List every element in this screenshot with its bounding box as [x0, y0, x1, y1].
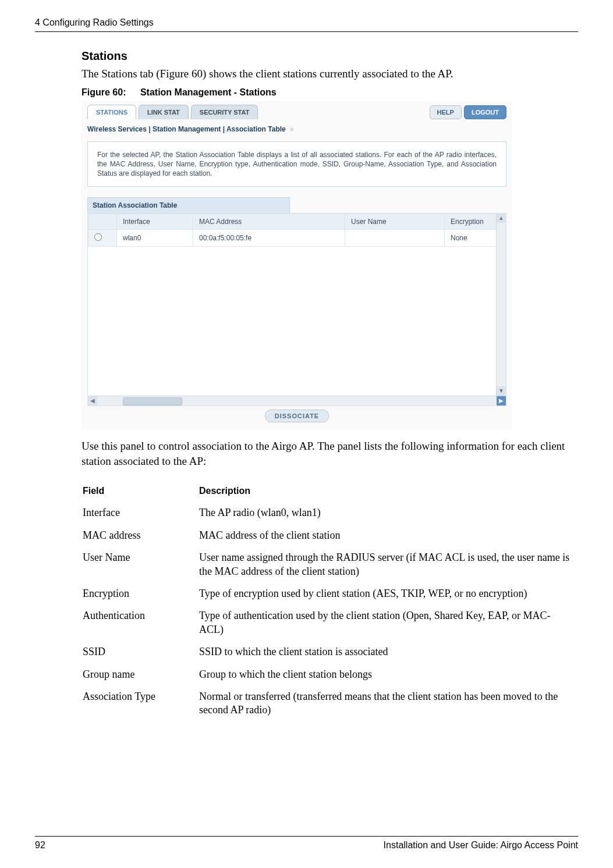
horizontal-scrollbar[interactable]: ◀ ▶: [88, 396, 506, 405]
cell-interface: wlan0: [117, 230, 193, 247]
field-desc: SSID to which the client station is asso…: [199, 642, 577, 663]
doc-title: Installation and User Guide: Airgo Acces…: [384, 840, 578, 851]
table-row: wlan0 00:0a:f5:00:05:fe None: [88, 230, 497, 247]
field-name: SSID: [83, 642, 198, 663]
tab-link-stat[interactable]: LINK STAT: [139, 105, 189, 119]
field-desc: Type of authentication used by the clien…: [199, 606, 577, 641]
breadcrumb-text: Wireless Services | Station Management |…: [87, 125, 286, 133]
scroll-down-icon[interactable]: ▼: [497, 386, 506, 396]
figure-caption: Figure 60: Station Management - Stations: [82, 87, 578, 98]
row-select-cell: [88, 230, 117, 247]
col-interface: Interface: [117, 214, 193, 230]
tab-security-stat[interactable]: SECURITY STAT: [191, 105, 258, 119]
scroll-right-icon[interactable]: ▶: [497, 396, 506, 405]
breadcrumb: Wireless Services | Station Management |…: [87, 125, 506, 133]
page-number: 92: [35, 840, 45, 851]
cell-mac: 00:0a:f5:00:05:fe: [193, 230, 345, 247]
dissociate-row: DISSOCIATE: [87, 410, 506, 422]
station-association-table-wrap: Interface MAC Address User Name Encrypti…: [87, 213, 506, 406]
tab-bar: STATIONS LINK STAT SECURITY STAT HELP LO…: [87, 105, 506, 119]
field-name: Authentication: [83, 606, 198, 641]
field-description-table: Field Description Interface The AP radio…: [82, 482, 578, 723]
field-desc: User name assigned through the RADIUS se…: [199, 548, 577, 583]
page-footer: 92 Installation and User Guide: Airgo Ac…: [35, 836, 578, 851]
station-association-table-title: Station Association Table: [87, 197, 290, 213]
logout-button[interactable]: LOGOUT: [464, 105, 506, 119]
info-box: For the selected AP, the Station Associa…: [87, 141, 506, 187]
scroll-up-icon[interactable]: ▲: [497, 214, 506, 223]
post-figure-text: Use this panel to control association to…: [82, 439, 578, 468]
col-encryption: Encryption: [445, 214, 497, 230]
field-name: Encryption: [83, 584, 198, 605]
table-row: Group name Group to which the client sta…: [83, 665, 577, 686]
col-mac: MAC Address: [193, 214, 345, 230]
table-row: Interface The AP radio (wlan0, wlan1): [83, 503, 577, 524]
dissociate-button[interactable]: DISSOCIATE: [265, 410, 329, 422]
ui-screenshot: STATIONS LINK STAT SECURITY STAT HELP LO…: [82, 101, 512, 430]
col-select: [88, 214, 117, 230]
field-name: Interface: [83, 503, 198, 524]
table-row: Association Type Normal or transferred (…: [83, 687, 577, 722]
page-header: 4 Configuring Radio Settings: [35, 17, 578, 32]
field-desc: The AP radio (wlan0, wlan1): [199, 503, 577, 524]
table-row: MAC address MAC address of the client st…: [83, 526, 577, 547]
scroll-thumb[interactable]: [123, 397, 182, 405]
figure-title: Station Management - Stations: [140, 87, 277, 97]
figure-label: Figure 60:: [82, 87, 126, 97]
field-desc: Normal or transferred (transferred means…: [199, 687, 577, 722]
table-header-row: Interface MAC Address User Name Encrypti…: [88, 214, 497, 230]
table-row: User Name User name assigned through the…: [83, 548, 577, 583]
field-table-head-field: Field: [83, 483, 198, 502]
field-name: MAC address: [83, 526, 198, 547]
row-select-radio[interactable]: [94, 233, 102, 241]
chevron-icon: »: [290, 125, 294, 133]
help-button[interactable]: HELP: [430, 105, 462, 119]
field-table-head-desc: Description: [199, 483, 577, 502]
cell-user: [345, 230, 445, 247]
cell-encryption: None: [445, 230, 497, 247]
section-intro: The Stations tab (Figure 60) shows the c…: [82, 66, 578, 81]
table-row: Authentication Type of authentication us…: [83, 606, 577, 641]
field-desc: MAC address of the client station: [199, 526, 577, 547]
field-name: User Name: [83, 548, 198, 583]
table-row: SSID SSID to which the client station is…: [83, 642, 577, 663]
table-row: Encryption Type of encryption used by cl…: [83, 584, 577, 605]
field-name: Association Type: [83, 687, 198, 722]
vertical-scrollbar[interactable]: ▲ ▼: [496, 214, 506, 396]
station-association-table: Interface MAC Address User Name Encrypti…: [88, 214, 497, 247]
field-desc: Type of encryption used by client statio…: [199, 584, 577, 605]
tab-stations[interactable]: STATIONS: [87, 105, 136, 119]
field-desc: Group to which the client station belong…: [199, 665, 577, 686]
section-heading: Stations: [82, 49, 578, 63]
chapter-title: 4 Configuring Radio Settings: [35, 17, 154, 27]
col-user: User Name: [345, 214, 445, 230]
field-name: Group name: [83, 665, 198, 686]
scroll-left-icon[interactable]: ◀: [88, 396, 97, 405]
